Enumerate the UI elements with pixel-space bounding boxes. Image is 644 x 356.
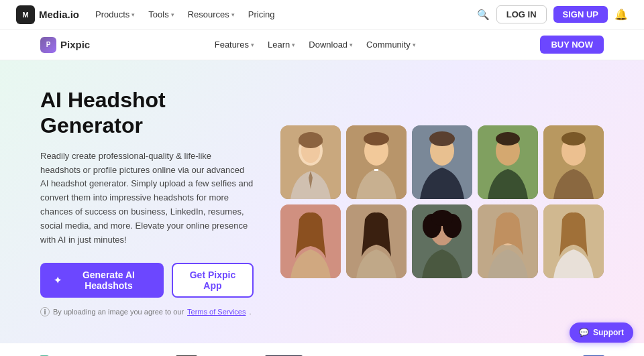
person-silhouette — [543, 204, 604, 278]
logo-text: Media.io — [39, 9, 79, 20]
headshot-photo-8 — [412, 204, 472, 278]
pixpic-icon: P — [40, 37, 56, 53]
pixpic-label: Pixpic — [60, 39, 90, 50]
terms-suffix: . — [250, 308, 252, 316]
top-navigation: M Media.io Products ▾ Tools ▾ Resources … — [0, 0, 644, 29]
person-silhouette — [478, 125, 538, 199]
support-icon: 💬 — [579, 328, 589, 337]
nav-download[interactable]: Download ▾ — [309, 40, 353, 50]
headshot-photo-2 — [346, 125, 407, 199]
logo-icon: M — [16, 5, 35, 24]
top-nav-left: M Media.io Products ▾ Tools ▾ Resources … — [16, 5, 275, 24]
person-silhouette — [478, 204, 538, 278]
generate-headshots-button[interactable]: ✦ Generate AI Headshots — [40, 263, 164, 298]
top-nav-right: 🔍 LOG IN SIGN UP 🔔 — [477, 5, 628, 23]
get-pixpic-app-button[interactable]: Get Pixpic App — [172, 263, 254, 298]
notification-bell-icon[interactable]: 🔔 — [614, 8, 628, 21]
chevron-down-icon: ▾ — [251, 42, 254, 48]
media-io-logo[interactable]: M Media.io — [16, 5, 79, 24]
person-silhouette — [412, 204, 472, 278]
chevron-down-icon: ▾ — [413, 42, 416, 48]
headshot-photo-7 — [346, 204, 407, 278]
svg-point-12 — [429, 131, 455, 146]
signup-button[interactable]: SIGN UP — [553, 6, 608, 23]
svg-rect-9 — [374, 169, 378, 171]
headshot-photo-9 — [478, 204, 538, 278]
terms-prefix: By uploading an image you agree to our — [53, 308, 184, 316]
headshot-photo-3 — [412, 125, 472, 199]
support-button[interactable]: 💬 Support — [570, 322, 633, 343]
hero-content: AI Headshot Generator Readily create pro… — [40, 87, 254, 316]
headshot-photo-5 — [543, 125, 604, 199]
chevron-down-icon: ▾ — [231, 11, 235, 18]
info-icon: i — [40, 307, 50, 316]
nav-resources[interactable]: Resources ▾ — [188, 9, 235, 19]
generate-icon: ✦ — [54, 275, 62, 286]
hero-section: AI Headshot Generator Readily create pro… — [0, 60, 644, 343]
terms-note: i By uploading an image you agree to our… — [40, 307, 254, 316]
svg-point-27 — [431, 210, 453, 226]
person-silhouette — [412, 125, 472, 199]
person-silhouette — [346, 204, 407, 278]
headshot-photo-1 — [280, 125, 341, 199]
nav-pricing[interactable]: Pricing — [248, 9, 275, 19]
person-silhouette — [346, 125, 407, 199]
hero-photo-grid — [280, 125, 604, 278]
brands-strip: dt digitaltrends lifehacker MUO Lifewire… — [0, 343, 644, 356]
hero-description: Readily create professional-quality & li… — [40, 150, 254, 247]
svg-point-15 — [496, 132, 520, 145]
nav-tools[interactable]: Tools ▾ — [148, 9, 174, 19]
headshot-photo-4 — [478, 125, 538, 199]
chevron-down-icon: ▾ — [292, 42, 295, 48]
headshot-photo-6 — [280, 204, 341, 278]
top-nav-links: Products ▾ Tools ▾ Resources ▾ Pricing — [95, 9, 275, 19]
secondary-navigation: P Pixpic Features ▾ Learn ▾ Download ▾ C… — [0, 29, 644, 60]
person-silhouette — [280, 125, 341, 199]
nav-features[interactable]: Features ▾ — [215, 40, 254, 50]
pixpic-brand[interactable]: P Pixpic — [40, 37, 90, 53]
person-silhouette — [280, 204, 341, 278]
hero-buttons: ✦ Generate AI Headshots Get Pixpic App — [40, 263, 254, 298]
search-icon[interactable]: 🔍 — [477, 9, 490, 21]
buy-now-button[interactable]: BUY NOW — [540, 36, 604, 54]
hero-title: AI Headshot Generator — [40, 87, 254, 139]
nav-learn[interactable]: Learn ▾ — [268, 40, 295, 50]
svg-rect-4 — [299, 139, 323, 144]
chevron-down-icon: ▾ — [350, 42, 353, 48]
nav-products[interactable]: Products ▾ — [95, 9, 135, 19]
svg-point-18 — [561, 132, 586, 145]
terms-of-service-link[interactable]: Terms of Services — [187, 308, 246, 316]
chevron-down-icon: ▾ — [171, 11, 174, 18]
chevron-down-icon: ▾ — [131, 11, 135, 18]
headshot-photo-10 — [543, 204, 604, 278]
nav-community[interactable]: Community ▾ — [366, 40, 416, 50]
sec-nav-links: Features ▾ Learn ▾ Download ▾ Community … — [215, 40, 416, 50]
login-button[interactable]: LOG IN — [496, 5, 547, 23]
person-silhouette — [543, 125, 604, 199]
svg-point-8 — [364, 132, 389, 145]
